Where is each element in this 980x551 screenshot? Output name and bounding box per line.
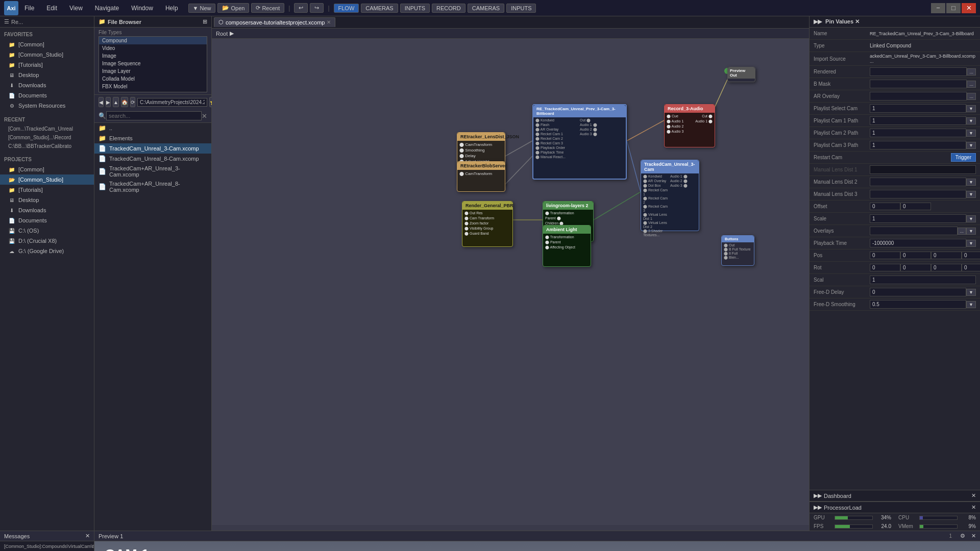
recent-item-2[interactable]: C:\BB...\BBTrackerCalibrato — [0, 142, 94, 151]
menu-edit[interactable]: Edit — [44, 4, 59, 13]
projects-item-d[interactable]: 💾 D:\ (Crucial X8) — [0, 236, 94, 246]
rot-y-input[interactable] — [900, 264, 931, 271]
pos-w-input[interactable] — [962, 252, 980, 259]
bmask-input[interactable] — [870, 80, 967, 88]
freed-smoothing-dropdown[interactable]: ▼ — [966, 301, 976, 308]
inputs2-button[interactable]: INPUTS — [506, 4, 536, 13]
freed-delay-dropdown[interactable]: ▼ — [966, 289, 976, 296]
playlist-cam3-path-input[interactable]: 1 — [870, 141, 966, 149]
sidebar-item-tutorials[interactable]: 📁 [Tutorials] — [0, 60, 94, 70]
overlays-input[interactable] — [870, 227, 958, 235]
sidebar-collapse-icon[interactable]: ☰ — [4, 18, 9, 25]
playlist-cam1-dropdown[interactable]: ▼ — [966, 117, 976, 124]
sidebar-item-desktop[interactable]: 🖥 Desktop — [0, 70, 94, 80]
node-render-general[interactable]: Render_General_PBR ⬤ Out Res ⬤ Cam Trans… — [462, 201, 513, 247]
overlays-btn[interactable]: ... — [958, 228, 967, 235]
sidebar-item-common-studio[interactable]: 📁 [Common_Studio] — [0, 49, 94, 60]
menu-help[interactable]: Help — [163, 4, 180, 13]
pos-x-input[interactable] — [870, 252, 900, 259]
flow-button[interactable]: FLOW — [334, 4, 359, 13]
recent-item-0[interactable]: [Com...\TrackedCam_Unreal — [0, 124, 94, 133]
offset-y-input[interactable]: 0 — [900, 203, 931, 210]
playlist-cam3-dropdown[interactable]: ▼ — [966, 142, 976, 149]
menu-file[interactable]: File — [22, 4, 36, 13]
close-button[interactable]: ✕ — [962, 3, 976, 13]
processor-expand[interactable]: ▶▶ — [814, 504, 822, 511]
menu-view[interactable]: View — [67, 4, 85, 13]
sidebar-item-documents[interactable]: 📄 Documents — [0, 90, 94, 101]
file-item-trackedar3cam[interactable]: 📄 TrackedCam+AR_Unreal_3-Cam.xcomp — [94, 164, 211, 179]
flow-tab-main[interactable]: ⬡ composersave-tutorialtestproject.xcomp… — [214, 17, 335, 27]
filetype-obj[interactable]: OBJ Model — [99, 90, 207, 92]
minimize-button[interactable]: − — [931, 3, 945, 13]
playback-time-input[interactable]: -1000000 — [870, 239, 966, 247]
filetype-image[interactable]: Image — [99, 52, 207, 60]
processor-close[interactable]: ✕ — [971, 504, 976, 511]
scale-input[interactable]: 1 — [870, 214, 966, 223]
canvas-area[interactable]: Preview Out REtracker_LensDist_JSON ⬤ Ca… — [212, 39, 809, 525]
cameras1-button[interactable]: CAMERAS — [361, 4, 398, 13]
file-item-elements[interactable]: 📁 Elements — [94, 133, 211, 143]
sidebar-item-common[interactable]: 📁 [Common] — [0, 39, 94, 49]
rot-z-input[interactable] — [931, 264, 962, 271]
file-item-parent[interactable]: 📁 .. — [94, 123, 211, 133]
menu-window[interactable]: Window — [129, 4, 155, 13]
redo-button[interactable]: ↪ — [310, 3, 324, 13]
preview-settings[interactable]: ⚙ — [960, 533, 965, 539]
file-browser-expand[interactable]: ⊞ — [203, 18, 207, 25]
new-button[interactable]: ▼ New — [188, 4, 216, 13]
node-small-br[interactable]: Buttons ⬤ Out ⬤ B Full Texture ⬤ 8 Full … — [721, 235, 754, 266]
node-preview-out[interactable]: Preview Out — [727, 67, 755, 82]
playlist-cam1-path-input[interactable]: 1 — [870, 116, 966, 125]
manual-lens-dist3-dropdown[interactable]: ▼ — [966, 191, 976, 198]
pos-z-input[interactable] — [931, 252, 962, 259]
node-ambient-light[interactable]: Ambient Light ⬤ Transformation ⬤ Parent … — [543, 225, 591, 267]
open-button[interactable]: 📂 Open — [217, 3, 249, 13]
offset-x-input[interactable]: 0 — [870, 203, 900, 210]
scale-dropdown[interactable]: ▼ — [966, 215, 976, 222]
playlist-cam2-dropdown[interactable]: ▼ — [966, 130, 976, 137]
node-retracker-blobserver[interactable]: REtrackerBlobServer ⬤ CamTransform — [457, 161, 505, 192]
pin-values-settings[interactable]: ✕ — [855, 18, 860, 24]
menu-navigate[interactable]: Navigate — [93, 4, 121, 13]
file-item-tracked8cam[interactable]: 📄 TrackedCam_Unreal_8-Cam.xcomp — [94, 154, 211, 164]
nav-home-button[interactable]: 🏠 — [121, 97, 128, 107]
projects-item-tutorials[interactable]: 📁 [Tutorials] — [0, 185, 94, 195]
filetype-fbx[interactable]: FBX Model — [99, 83, 207, 90]
messages-close[interactable]: ✕ — [85, 533, 90, 539]
breadcrumb-root[interactable]: Root — [216, 31, 228, 37]
sidebar-item-system-resources[interactable]: ⚙ System Resources — [0, 101, 94, 111]
node-record-audio[interactable]: Record_3-Audio ⬤ CueCut ⬤ ⬤ Audio 1Audio… — [664, 104, 715, 147]
projects-item-common[interactable]: 📁 [Common] — [0, 164, 94, 174]
file-item-trackedar8cam[interactable]: 📄 TrackedCam+AR_Unreal_8-Cam.xcomp — [94, 179, 211, 194]
recent-item-1[interactable]: [Common_Studio]...\Record — [0, 133, 94, 142]
manual-lens-dist2-dropdown[interactable]: ▼ — [966, 179, 976, 186]
undo-button[interactable]: ↩ — [294, 3, 308, 13]
nav-back-button[interactable]: ◀ — [99, 97, 104, 107]
scal-input[interactable]: 1 — [870, 276, 976, 284]
preview-close[interactable]: ✕ — [971, 533, 976, 539]
bmask-btn[interactable]: ... — [967, 81, 976, 88]
tab-close-icon[interactable]: ✕ — [327, 19, 331, 25]
playback-time-dropdown[interactable]: ▼ — [966, 240, 976, 247]
manual-lens-dist1-input[interactable] — [870, 165, 976, 174]
filetype-collada[interactable]: Collada Model — [99, 75, 207, 83]
playlist-select-cam-dropdown[interactable]: ▼ — [966, 105, 976, 112]
file-item-tracked3cam[interactable]: 📄 TrackedCam_Unreal_3-Cam.xcomp — [94, 143, 211, 154]
projects-item-common-studio[interactable]: 📂 [Common_Studio] — [0, 174, 94, 185]
rendered-input[interactable] — [870, 67, 967, 76]
maximize-button[interactable]: □ — [946, 3, 961, 13]
filetype-compound[interactable]: Compound — [99, 37, 207, 44]
search-input[interactable] — [106, 111, 202, 120]
cameras2-button[interactable]: CAMERAS — [468, 4, 504, 13]
projects-item-documents[interactable]: 📄 Documents — [0, 215, 94, 226]
freed-smoothing-input[interactable]: 0.5 — [870, 300, 966, 309]
projects-item-g[interactable]: ☁ G:\ (Google Drive) — [0, 246, 94, 256]
nav-up-button[interactable]: ▲ — [113, 97, 119, 107]
recent-button[interactable]: ⟳ Recent — [251, 3, 284, 13]
nav-refresh-button[interactable]: ⟳ — [130, 97, 135, 107]
playlist-select-cam-input[interactable]: 1 — [870, 104, 966, 113]
ar-overlay-input[interactable] — [870, 92, 967, 101]
filetype-imagelayer[interactable]: Image Layer — [99, 67, 207, 75]
projects-item-downloads[interactable]: ⬇ Downloads — [0, 205, 94, 215]
